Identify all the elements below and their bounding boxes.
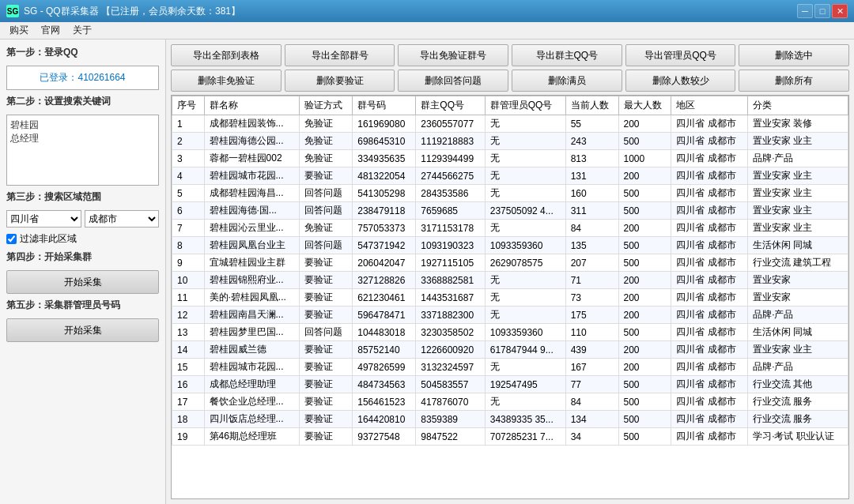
table-cell: 3371882300 bbox=[416, 307, 485, 324]
table-cell: 84 bbox=[565, 220, 618, 237]
table-cell: 73 bbox=[565, 289, 618, 307]
toolbar-row2: 删除非免验证 删除要验证 删除回答问题 删除满员 删除人数较少 删除所有 bbox=[171, 70, 849, 92]
table-cell: 无 bbox=[485, 272, 565, 289]
table-row[interactable]: 18四川饭店总经理...要验证164420810835938934389335 … bbox=[172, 411, 848, 428]
close-button[interactable]: ✕ bbox=[832, 4, 848, 18]
table-cell: 1119218883 bbox=[416, 133, 485, 150]
table-cell: 1 bbox=[172, 115, 205, 133]
delete-selected-button[interactable]: 删除选中 bbox=[739, 44, 849, 66]
table-cell: 327128826 bbox=[353, 272, 416, 289]
table-row[interactable]: 5成都碧桂园海昌...回答问题541305298284353586无160500… bbox=[172, 185, 848, 202]
table-row[interactable]: 4碧桂园城市花园...要验证4813220542744566275无131200… bbox=[172, 167, 848, 185]
table-row[interactable]: 14碧桂园威兰德要验证857521401226600920617847944 9… bbox=[172, 341, 848, 359]
table-row[interactable]: 9宜城碧桂园业主群要验证2060420471927115105262907857… bbox=[172, 254, 848, 272]
table-cell: 免验证 bbox=[300, 220, 353, 237]
table-cell: 200 bbox=[618, 220, 671, 237]
table-cell: 碧桂园梦里巴国... bbox=[204, 324, 300, 341]
table-cell: 4 bbox=[172, 167, 205, 185]
col-current: 当前人数 bbox=[565, 96, 618, 115]
table-cell: 成都碧桂园装饰... bbox=[204, 115, 300, 133]
table-cell: 84 bbox=[565, 393, 618, 411]
table-cell: 四川省 成都市 bbox=[671, 411, 748, 428]
table-cell: 237505092 4... bbox=[485, 202, 565, 220]
col-category: 分类 bbox=[748, 96, 848, 115]
table-cell: 6 bbox=[172, 202, 205, 220]
table-cell: 品牌·产品 bbox=[748, 307, 848, 324]
table-cell: 500 bbox=[618, 254, 671, 272]
title-bar: SG SG - QQ群采集器 【已注册，会员剩余天数：381】 ─ □ ✕ bbox=[0, 0, 854, 22]
table-row[interactable]: 17餐饮企业总经理...要验证156461523417876070无84500四… bbox=[172, 393, 848, 411]
collect-admin-button[interactable]: 开始采集 bbox=[6, 318, 159, 342]
col-owner: 群主QQ号 bbox=[416, 96, 485, 115]
delete-all-button[interactable]: 删除所有 bbox=[739, 70, 849, 92]
delete-non-verify-button[interactable]: 删除非免验证 bbox=[171, 70, 282, 92]
data-table-container[interactable]: 序号 群名称 验证方式 群号码 群主QQ号 群管理员QQ号 当前人数 最大人数 … bbox=[171, 95, 849, 499]
table-cell: 134 bbox=[565, 411, 618, 428]
table-row[interactable]: 11美的·碧桂园凤凰...要验证6212304611443531687无7320… bbox=[172, 289, 848, 307]
table-cell: 3230358502 bbox=[416, 324, 485, 341]
table-cell: 12 bbox=[172, 307, 205, 324]
title-bar-title: SG - QQ群采集器 【已注册，会员剩余天数：381】 bbox=[24, 5, 797, 18]
keyword-input[interactable]: 碧桂园 总经理 bbox=[6, 115, 159, 186]
table-cell: 200 bbox=[618, 167, 671, 185]
menu-about[interactable]: 关于 bbox=[66, 22, 98, 39]
table-row[interactable]: 15碧桂园城市花园...要验证4978265993132324597无16720… bbox=[172, 359, 848, 376]
table-cell: 200 bbox=[618, 359, 671, 376]
col-name: 群名称 bbox=[204, 96, 300, 115]
table-row[interactable]: 13碧桂园梦里巴国...回答问题104483018323035850210933… bbox=[172, 324, 848, 341]
table-row[interactable]: 6碧桂园海德·国...回答问题2384791187659685237505092… bbox=[172, 202, 848, 220]
province-select[interactable]: 四川省 北京市 上海市 广东省 bbox=[6, 210, 81, 228]
export-group-ids-button[interactable]: 导出全部群号 bbox=[285, 44, 395, 66]
table-cell: 要验证 bbox=[300, 167, 353, 185]
table-cell: 3171153178 bbox=[416, 220, 485, 237]
step2-label: 第二步：设置搜索关键词 bbox=[6, 95, 159, 108]
table-cell: 碧桂园海德·国... bbox=[204, 202, 300, 220]
delete-full-button[interactable]: 删除满员 bbox=[512, 70, 622, 92]
table-cell: 34389335 35... bbox=[485, 411, 565, 428]
export-owner-qq-button[interactable]: 导出群主QQ号 bbox=[512, 44, 622, 66]
table-cell: 175 bbox=[565, 307, 618, 324]
table-cell: 200 bbox=[618, 307, 671, 324]
table-cell: 334935635 bbox=[353, 150, 416, 167]
delete-few-button[interactable]: 删除人数较少 bbox=[625, 70, 736, 92]
step4-label: 第四步：开始采集群 bbox=[6, 250, 159, 264]
table-row[interactable]: 1成都碧桂园装饰...免验证1619690802360557077无55200四… bbox=[172, 115, 848, 133]
filter-checkbox[interactable] bbox=[6, 234, 17, 244]
table-cell: 9847522 bbox=[416, 428, 485, 446]
table-row[interactable]: 7碧桂园沁云里业...免验证7570533733171153178无84200四… bbox=[172, 220, 848, 237]
table-row[interactable]: 3蓉都一碧桂园002免验证3349356351129394499无8131000… bbox=[172, 150, 848, 167]
collect-group-button[interactable]: 开始采集 bbox=[6, 270, 159, 294]
table-cell: 104483018 bbox=[353, 324, 416, 341]
table-cell: 284353586 bbox=[416, 185, 485, 202]
table-cell: 要验证 bbox=[300, 359, 353, 376]
table-cell: 200 bbox=[618, 341, 671, 359]
table-row[interactable]: 16成都总经理助理要验证4847345635045835571925474957… bbox=[172, 376, 848, 393]
city-select[interactable]: 成都市 绵阳市 德阳市 南充市 bbox=[85, 210, 160, 228]
menu-buy[interactable]: 购买 bbox=[3, 22, 35, 39]
table-row[interactable]: 8碧桂园凤凰台业主回答问题547371942109319032310933593… bbox=[172, 237, 848, 254]
table-cell: 置业安家 业主 bbox=[748, 167, 848, 185]
export-table-button[interactable]: 导出全部到表格 bbox=[171, 44, 282, 66]
export-admin-qq-button[interactable]: 导出管理员QQ号 bbox=[625, 44, 736, 66]
maximize-button[interactable]: □ bbox=[814, 4, 830, 18]
table-cell: 碧桂园海德公园... bbox=[204, 133, 300, 150]
table-row[interactable]: 19第46期总经理班要验证937275489847522707285231 7.… bbox=[172, 428, 848, 446]
table-row[interactable]: 10碧桂园锦熙府业...要验证3271288263368882581无71200… bbox=[172, 272, 848, 289]
table-row[interactable]: 2碧桂园海德公园...免验证6986453101119218883无243500… bbox=[172, 133, 848, 150]
table-cell: 19 bbox=[172, 428, 205, 446]
table-cell: 要验证 bbox=[300, 254, 353, 272]
table-cell: 500 bbox=[618, 393, 671, 411]
minimize-button[interactable]: ─ bbox=[797, 4, 813, 18]
table-row[interactable]: 12碧桂园南昌天澜...要验证5964784713371882300无17520… bbox=[172, 307, 848, 324]
table-cell: 无 bbox=[485, 150, 565, 167]
table-cell: 200 bbox=[618, 115, 671, 133]
table-cell: 541305298 bbox=[353, 185, 416, 202]
table-header-row: 序号 群名称 验证方式 群号码 群主QQ号 群管理员QQ号 当前人数 最大人数 … bbox=[172, 96, 848, 115]
delete-answer-button[interactable]: 删除回答问题 bbox=[398, 70, 508, 92]
export-no-verify-button[interactable]: 导出免验证群号 bbox=[398, 44, 508, 66]
table-cell: 要验证 bbox=[300, 341, 353, 359]
delete-need-verify-button[interactable]: 删除要验证 bbox=[285, 70, 395, 92]
table-cell: 484734563 bbox=[353, 376, 416, 393]
menu-official[interactable]: 官网 bbox=[35, 22, 66, 39]
table-cell: 碧桂园南昌天澜... bbox=[204, 307, 300, 324]
